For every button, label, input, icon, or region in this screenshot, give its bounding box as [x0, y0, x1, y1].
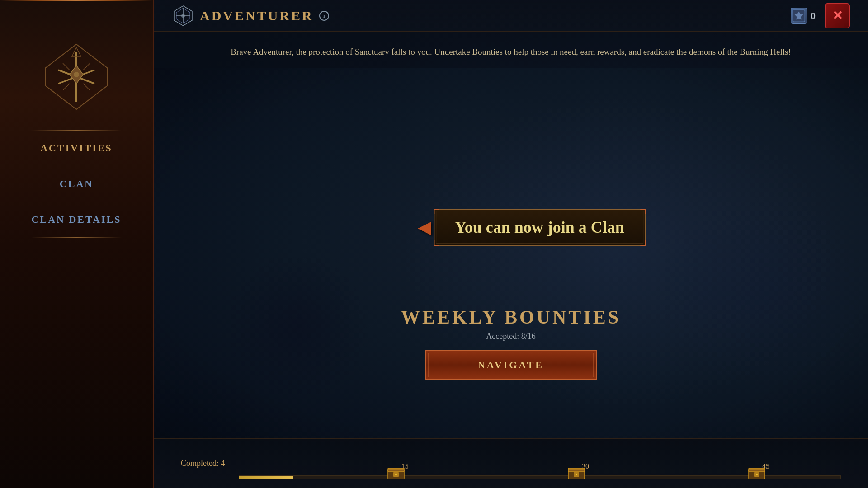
svg-line-9 — [83, 84, 90, 90]
header-bar: ADVENTURER i 0 ✕ — [154, 0, 868, 32]
sidebar: ACTIVITIES — CLAN CLAN DETAILS — [0, 0, 154, 488]
svg-line-6 — [63, 63, 70, 70]
close-button[interactable]: ✕ — [825, 3, 850, 28]
chest-icon-45 — [748, 465, 766, 480]
sidebar-divider-2 — [31, 202, 122, 202]
progress-fill — [239, 476, 293, 479]
currency-icon — [791, 8, 807, 24]
milestone-45: 45 — [762, 462, 769, 470]
sidebar-divider-top — [31, 130, 122, 131]
description-text: Brave Adventurer, the protection of Sanc… — [181, 45, 841, 59]
navigate-label: NAVIGATE — [478, 359, 544, 371]
svg-line-8 — [63, 84, 70, 90]
sidebar-divider-1 — [31, 166, 122, 166]
notification-arrow-icon: ◄ — [413, 216, 436, 239]
currency-display: 0 — [791, 8, 816, 24]
currency-count: 0 — [811, 10, 816, 22]
sidebar-divider-3 — [31, 237, 122, 238]
notification-text: You can now join a Clan — [455, 218, 624, 236]
progress-track-wrapper: 15 30 — [239, 448, 841, 479]
svg-point-26 — [576, 474, 577, 475]
description-area: Brave Adventurer, the protection of Sanc… — [154, 32, 868, 68]
clan-arrow-indicator: — — [5, 178, 12, 186]
chest-icon-15 — [387, 465, 405, 480]
bounties-section: WEEKLY BOUNTIES Accepted: 8/16 NAVIGATE — [398, 306, 624, 380]
milestone-15: 15 — [401, 462, 409, 470]
bounties-title: WEEKLY BOUNTIES — [398, 306, 624, 328]
svg-point-21 — [395, 474, 397, 475]
svg-line-7 — [83, 63, 90, 70]
progress-area: Completed: 4 15 — [154, 438, 868, 488]
milestone-30: 30 — [582, 462, 589, 470]
chest-icon-30 — [567, 465, 585, 480]
svg-point-15 — [181, 14, 185, 18]
clan-notification: ◄ You can now join a Clan — [413, 209, 646, 246]
header-title-group: ADVENTURER i — [172, 5, 329, 27]
sidebar-item-activities[interactable]: ACTIVITIES — [0, 134, 153, 162]
svg-point-10 — [74, 72, 79, 77]
info-button[interactable]: i — [319, 11, 329, 21]
adventurer-icon — [172, 5, 194, 27]
sidebar-item-clan-details[interactable]: CLAN DETAILS — [0, 206, 153, 234]
completed-label: Completed: 4 — [181, 459, 225, 468]
bounties-accepted: Accepted: 8/16 — [398, 332, 624, 341]
content-area: ADVENTURER i 0 ✕ Brave Adv — [154, 0, 868, 488]
svg-point-31 — [756, 474, 758, 475]
navigate-button[interactable]: NAVIGATE — [425, 350, 597, 380]
sidebar-item-clan[interactable]: — CLAN — [0, 170, 153, 198]
close-icon: ✕ — [832, 8, 843, 23]
notification-box: You can now join a Clan — [434, 209, 646, 246]
progress-track: 15 30 — [239, 475, 841, 479]
header-title-text: ADVENTURER — [200, 8, 314, 23]
main-content: ◄ You can now join a Clan WEEKLY BOUNTIE… — [154, 68, 868, 438]
logo-emblem — [36, 36, 117, 117]
